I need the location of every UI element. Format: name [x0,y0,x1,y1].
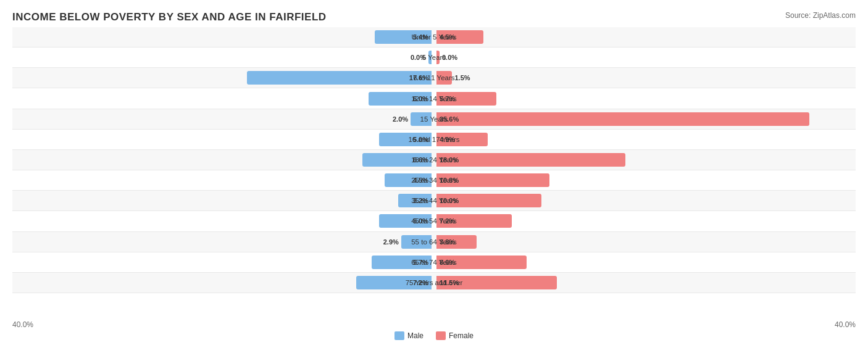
row-label: 35 to 44 Years [411,197,457,204]
right-section: 0.0% [434,48,856,67]
row-label: 18 to 24 Years [411,156,457,164]
chart-row: 3.2%35 to 44 Years10.0% [12,191,856,211]
legend-male: Male [394,331,424,340]
chart-row: 5.7%65 to 74 Years8.6% [12,252,856,273]
chart-row: 5.4%Under 5 Years4.5% [12,27,856,48]
x-axis: 40.0% 40.0% [12,318,856,329]
male-value: 2.9% [383,238,399,246]
left-section: 4.5% [12,170,434,190]
left-section: 0.0% [12,48,434,67]
left-section: 2.9% [12,232,434,252]
x-axis-right: 40.0% [434,320,856,329]
right-section: 8.6% [434,252,856,272]
left-section: 6.0% [12,88,434,108]
row-label: 16 and 17 Years [408,136,459,143]
left-section: 5.4% [12,27,434,47]
left-section: 7.2% [12,273,434,293]
chart-row: 7.2%75 Years and over11.5% [12,273,856,293]
chart-row: 2.9%55 to 64 Years3.8% [12,232,856,252]
right-section: 3.8% [434,232,856,252]
chart-row: 4.5%25 to 34 Years10.8% [12,170,856,191]
right-section: 35.6% [434,109,856,129]
source-label: Source: ZipAtlas.com [785,11,856,20]
row-label: 65 to 74 Years [411,259,457,266]
chart-row: 5.0%16 and 17 Years4.9% [12,130,856,150]
female-bar: 35.6% [436,112,809,126]
left-section: 5.7% [12,252,434,272]
right-section: 11.5% [434,273,856,293]
legend-male-label: Male [407,331,424,340]
legend: Male Female [12,331,856,340]
x-axis-right-label: 40.0% [835,320,856,329]
right-section: 10.0% [434,191,856,210]
right-section: 1.5% [434,68,856,88]
chart-row: 0.0%5 Years0.0% [12,48,856,68]
row-label: 6 to 11 Years [413,74,454,81]
row-label: 12 to 14 Years [411,95,457,102]
right-section: 4.5% [434,27,856,47]
right-section: 4.9% [434,130,856,149]
left-section: 5.0% [12,130,434,149]
chart-row: 5.0%45 to 54 Years7.2% [12,211,856,231]
right-section: 10.8% [434,170,856,190]
x-axis-left: 40.0% [12,320,434,329]
left-section: 2.0% [12,109,434,129]
legend-female-box [436,331,446,340]
chart-row: 6.6%18 to 24 Years18.0% [12,150,856,170]
chart-area: 5.4%Under 5 Years4.5%0.0%5 Years0.0%17.6… [12,27,856,293]
chart-row: 17.6%6 to 11 Years1.5% [12,68,856,88]
chart-row: 6.0%12 to 14 Years5.7% [12,88,856,109]
right-section: 7.2% [434,211,856,231]
left-section: 3.2% [12,191,434,210]
row-label: Under 5 Years [412,33,457,41]
left-section: 5.0% [12,211,434,231]
chart-row: 2.0%15 Years35.6% [12,109,856,130]
male-bar: 17.6% [247,71,432,85]
row-label: 45 to 54 Years [411,217,457,225]
left-section: 17.6% [12,68,434,88]
right-section: 5.7% [434,88,856,108]
legend-male-box [394,331,404,340]
row-label: 55 to 64 Years [411,238,457,246]
female-value: 1.5% [454,74,470,81]
row-label: 25 to 34 Years [411,177,457,184]
legend-female-label: Female [449,331,474,340]
left-section: 6.6% [12,150,434,170]
row-label: 15 Years [420,115,448,123]
right-section: 18.0% [434,150,856,170]
chart-container: INCOME BELOW POVERTY BY SEX AND AGE IN F… [0,0,868,345]
row-label: 75 Years and over [406,279,463,286]
row-label: 5 Years [422,54,446,61]
chart-footer: 40.0% 40.0% Male Female [12,318,856,340]
chart-title: INCOME BELOW POVERTY BY SEX AND AGE IN F… [12,11,856,23]
legend-female: Female [436,331,474,340]
female-bar: 18.0% [436,153,625,167]
male-value: 2.0% [393,115,408,123]
x-axis-left-label: 40.0% [12,320,33,329]
